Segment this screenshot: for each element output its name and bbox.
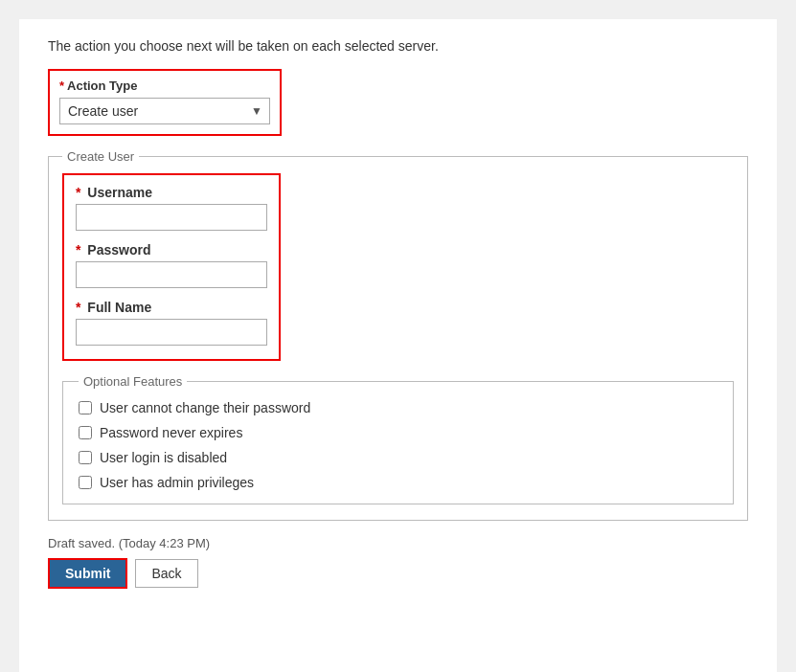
checkbox-item-4: User has admin privileges xyxy=(79,475,717,490)
password-label: * Password xyxy=(76,242,267,258)
fullname-field: * Full Name xyxy=(76,300,267,346)
fullname-input[interactable] xyxy=(76,319,267,346)
footer-section: Draft saved. (Today 4:23 PM) Submit Back xyxy=(48,536,748,589)
checkbox-label-2[interactable]: Password never expires xyxy=(100,425,242,440)
checkbox-item-3: User login is disabled xyxy=(79,450,717,465)
checkbox-label-4[interactable]: User has admin privileges xyxy=(100,475,254,490)
fullname-label: * Full Name xyxy=(76,300,267,315)
username-field: * Username xyxy=(76,185,267,231)
checkbox-item-2: Password never expires xyxy=(79,425,717,440)
intro-text: The action you choose next will be taken… xyxy=(48,38,748,54)
password-field: * Password xyxy=(76,242,267,288)
page-container: The action you choose next will be taken… xyxy=(19,19,777,672)
checkbox-admin-privileges[interactable] xyxy=(79,476,92,489)
password-input[interactable] xyxy=(76,261,267,288)
checkbox-label-1[interactable]: User cannot change their password xyxy=(100,400,310,415)
checkbox-cannot-change-password[interactable] xyxy=(79,401,92,414)
action-type-select[interactable]: Create user Delete user Modify user xyxy=(59,98,270,124)
action-type-select-wrapper: Create user Delete user Modify user ▼ xyxy=(59,98,270,124)
draft-saved-text: Draft saved. (Today 4:23 PM) xyxy=(48,536,748,550)
optional-features-legend: Optional Features xyxy=(79,374,187,389)
submit-button[interactable]: Submit xyxy=(48,558,127,589)
required-star: * xyxy=(59,78,64,93)
action-type-label: *Action Type xyxy=(59,78,270,93)
optional-features-fieldset: Optional Features User cannot change the… xyxy=(62,374,734,504)
action-type-section: *Action Type Create user Delete user Mod… xyxy=(48,69,282,136)
fullname-required-star: * xyxy=(76,300,80,315)
checkbox-login-disabled[interactable] xyxy=(79,451,92,464)
create-user-fieldset: Create User * Username * Password * F xyxy=(48,149,748,521)
buttons-row: Submit Back xyxy=(48,558,748,589)
checkbox-password-never-expires[interactable] xyxy=(79,426,92,439)
create-user-legend: Create User xyxy=(62,149,139,164)
username-label: * Username xyxy=(76,185,267,200)
password-required-star: * xyxy=(76,242,80,258)
username-required-star: * xyxy=(76,185,80,200)
required-fields-box: * Username * Password * Full Name xyxy=(62,173,281,361)
checkbox-item-1: User cannot change their password xyxy=(79,400,717,415)
checkbox-label-3[interactable]: User login is disabled xyxy=(100,450,227,465)
username-input[interactable] xyxy=(76,204,267,231)
back-button[interactable]: Back xyxy=(135,559,197,588)
